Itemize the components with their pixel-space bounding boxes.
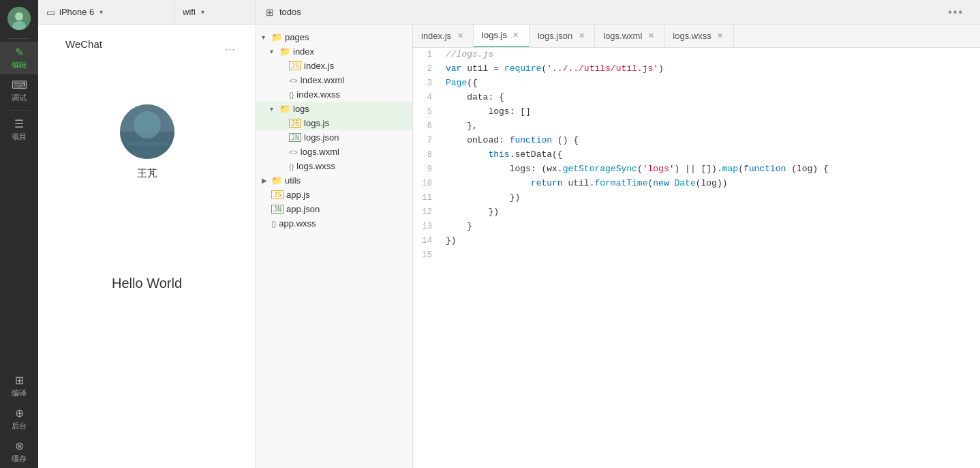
js-file-icon: JS <box>271 190 284 199</box>
topbar: ▭ iPhone 6 ▾ wifi ▾ ⊞ todos ••• <box>38 0 980 25</box>
cache-icon: ⊗ <box>15 441 24 452</box>
tab-index-js[interactable]: index.js ✕ <box>413 25 474 48</box>
tree-item-index-js[interactable]: JS index.js <box>256 59 412 73</box>
topbar-device[interactable]: ▭ iPhone 6 ▾ <box>38 0 174 24</box>
sidebar: ✎ 编辑 ⌨ 调试 ☰ 项目 ⊞ 编译 ⊕ 后台 ⊗ 缓存 <box>0 0 38 468</box>
content-area: WeChat ··· 王芃 Hello World ▾ 📁 <box>38 25 980 468</box>
tree-item-app-js[interactable]: JS app.js <box>256 188 412 202</box>
more-button[interactable]: ••• <box>941 6 970 18</box>
avatar[interactable] <box>7 7 31 30</box>
line-content: }) <box>440 234 980 248</box>
wxss-file-icon: {} <box>289 91 294 99</box>
tab-label: index.js <box>421 31 451 41</box>
tree-item-logs-wxss[interactable]: {} logs.wxss <box>256 159 412 173</box>
tree-item-logs-js[interactable]: JS logs.js <box>256 116 412 130</box>
filename: app.js <box>286 190 310 200</box>
sidebar-item-debug[interactable]: ⌨ 调试 <box>0 74 38 107</box>
js-file-icon: JS <box>289 119 301 128</box>
tab-logs-js[interactable]: logs.js ✕ <box>474 25 530 48</box>
tree-item-index-wxss[interactable]: {} index.wxss <box>256 87 412 102</box>
sidebar-item-label-compile: 编译 <box>12 388 27 398</box>
code-line: 4 data: { <box>413 91 980 105</box>
json-file-icon: JN <box>271 205 284 214</box>
code-line: 3 Page({ <box>413 76 980 91</box>
code-line: 12 }) <box>413 205 980 220</box>
preview-more-button[interactable]: ··· <box>225 42 235 57</box>
tab-logs-wxml[interactable]: logs.wxml ✕ <box>595 25 664 48</box>
tab-label: logs.wxml <box>603 31 642 41</box>
wxml-file-icon: <> <box>289 148 298 156</box>
json-file-icon: JN <box>289 133 301 142</box>
line-content: logs: (wx.getStorageSync('logs') || []).… <box>440 162 980 177</box>
tab-close-button[interactable]: ✕ <box>577 31 586 41</box>
svg-rect-6 <box>127 142 168 145</box>
line-number: 7 <box>413 134 440 147</box>
sidebar-item-label-cache: 缓存 <box>12 454 27 464</box>
tab-close-button[interactable]: ✕ <box>716 31 725 41</box>
tree-item-app-json[interactable]: JN app.json <box>256 202 412 216</box>
filename: pages <box>285 32 309 42</box>
tree-item-logs-wxml[interactable]: <> logs.wxml <box>256 145 412 159</box>
tab-close-button[interactable]: ✕ <box>455 31 465 41</box>
tab-close-button[interactable]: ✕ <box>646 31 656 41</box>
wxss-file-icon: {} <box>271 220 276 228</box>
tab-logs-wxss[interactable]: logs.wxss ✕ <box>664 25 733 48</box>
line-number: 3 <box>413 76 440 90</box>
sidebar-divider <box>8 38 30 39</box>
folder-icon: 📁 <box>279 104 290 114</box>
tree-item-app-wxss[interactable]: {} app.wxss <box>256 216 412 231</box>
line-content: this.setData({ <box>440 148 980 162</box>
code-line: 11 }) <box>413 191 980 205</box>
debug-icon: ⌨ <box>12 80 27 91</box>
editor-area: index.js ✕ logs.js ✕ logs.json ✕ logs.wx… <box>413 25 980 468</box>
sidebar-item-label-edit: 编辑 <box>12 60 27 70</box>
arrow-icon: ▾ <box>270 105 279 113</box>
line-content: //logs.js <box>440 48 980 62</box>
line-content: return util.formatTime(new Date(log)) <box>440 177 980 191</box>
device-label[interactable]: iPhone 6 <box>59 7 94 17</box>
tree-item-logs-json[interactable]: JN logs.json <box>256 130 412 145</box>
tree-item-index-folder[interactable]: ▾ 📁 index <box>256 44 412 59</box>
wifi-label[interactable]: wifi <box>183 7 196 17</box>
editor-tabs: index.js ✕ logs.js ✕ logs.json ✕ logs.wx… <box>413 25 980 48</box>
line-number: 9 <box>413 162 440 176</box>
tab-logs-json[interactable]: logs.json ✕ <box>530 25 595 48</box>
code-line: 5 logs: [] <box>413 105 980 119</box>
filename: app.wxss <box>279 218 316 229</box>
arrow-icon: ▾ <box>270 48 279 55</box>
phone-preview: WeChat ··· 王芃 Hello World <box>38 25 256 468</box>
backend-icon: ⊕ <box>15 408 24 419</box>
svg-point-1 <box>15 12 23 20</box>
tree-item-logs-folder[interactable]: ▾ 📁 logs <box>256 102 412 116</box>
line-number: 4 <box>413 91 440 104</box>
topbar-project: ⊞ todos ••• <box>256 0 980 24</box>
tree-item-index-wxml[interactable]: <> index.wxml <box>256 73 412 87</box>
folder-icon: 📁 <box>271 32 282 42</box>
line-content: onLoad: function () { <box>440 134 980 148</box>
project-icon: ☰ <box>14 119 24 130</box>
tree-item-pages[interactable]: ▾ 📁 pages <box>256 30 412 44</box>
code-line: 2 var util = require('../../utils/util.j… <box>413 62 980 76</box>
line-content: var util = require('../../utils/util.js'… <box>440 62 980 76</box>
tree-item-utils[interactable]: ▶ 📁 utils <box>256 173 412 188</box>
code-line: 15 <box>413 248 980 263</box>
sidebar-item-compile[interactable]: ⊞ 编译 <box>0 370 38 403</box>
tab-close-button[interactable]: ✕ <box>511 31 521 40</box>
line-number: 11 <box>413 191 440 205</box>
line-content: }) <box>440 191 980 205</box>
sidebar-item-project[interactable]: ☰ 项目 <box>0 113 38 146</box>
folder-icon: 📁 <box>279 46 290 57</box>
sidebar-item-backend[interactable]: ⊕ 后台 <box>0 403 38 435</box>
preview-hello: Hello World <box>112 276 182 291</box>
filename: logs.js <box>304 118 329 128</box>
topbar-wifi[interactable]: wifi ▾ <box>174 0 256 24</box>
sidebar-item-label-project: 项目 <box>12 132 27 142</box>
project-label: todos <box>279 7 301 17</box>
sidebar-item-cache[interactable]: ⊗ 缓存 <box>0 435 38 468</box>
line-number: 13 <box>413 220 440 233</box>
tab-label: logs.json <box>538 31 572 41</box>
filename: logs.json <box>304 132 339 143</box>
sidebar-item-edit[interactable]: ✎ 编辑 <box>0 42 38 74</box>
code-line: 6 }, <box>413 119 980 134</box>
code-editor[interactable]: 1 //logs.js 2 var util = require('../../… <box>413 48 980 468</box>
